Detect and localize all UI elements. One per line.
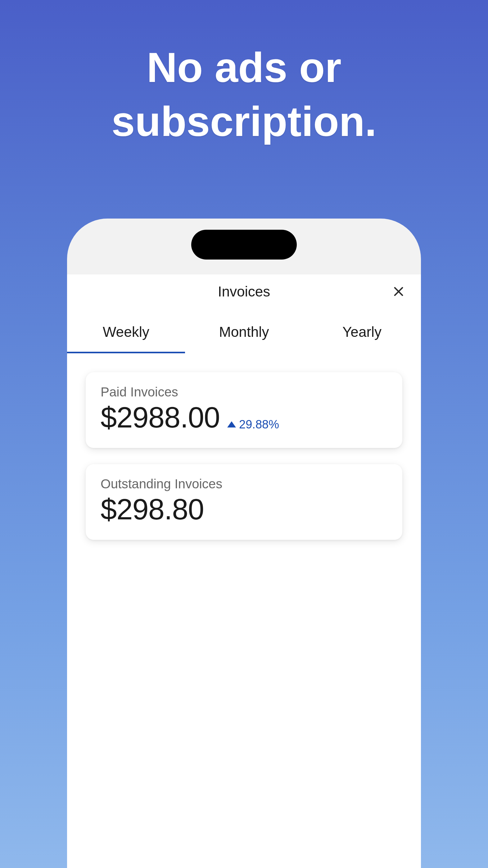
tab-yearly[interactable]: Yearly — [303, 323, 421, 353]
tab-label: Weekly — [103, 324, 149, 340]
cards-container: Paid Invoices $2988.00 29.88% Outstandin… — [67, 353, 421, 540]
card-label: Outstanding Invoices — [100, 476, 388, 491]
tab-label: Yearly — [342, 324, 382, 340]
card-value: $2988.00 — [100, 401, 220, 434]
tabs-container: Weekly Monthly Yearly — [67, 309, 421, 353]
card-change-percent: 29.88% — [239, 418, 279, 431]
triangle-up-icon — [227, 421, 236, 428]
card-value: $298.80 — [100, 493, 204, 526]
card-change: 29.88% — [227, 418, 279, 431]
close-icon — [392, 285, 405, 298]
tab-label: Monthly — [219, 324, 269, 340]
phone-frame: Invoices Weekly Monthly Yearly — [67, 219, 421, 868]
hero-text: No ads or subscription. — [0, 0, 488, 148]
hero-line-2: subscription. — [0, 94, 488, 148]
app-header: Invoices — [67, 274, 421, 309]
tab-weekly[interactable]: Weekly — [67, 323, 185, 353]
outstanding-invoices-card[interactable]: Outstanding Invoices $298.80 — [86, 464, 402, 540]
tab-monthly[interactable]: Monthly — [185, 323, 303, 353]
page-title: Invoices — [218, 283, 270, 300]
card-value-row: $2988.00 29.88% — [100, 401, 388, 434]
paid-invoices-card[interactable]: Paid Invoices $2988.00 29.88% — [86, 372, 402, 448]
dynamic-island — [191, 230, 297, 259]
hero-line-1: No ads or — [0, 40, 488, 94]
app-content: Invoices Weekly Monthly Yearly — [67, 274, 421, 868]
card-value-row: $298.80 — [100, 493, 388, 526]
close-button[interactable] — [391, 284, 406, 299]
card-label: Paid Invoices — [100, 385, 388, 400]
